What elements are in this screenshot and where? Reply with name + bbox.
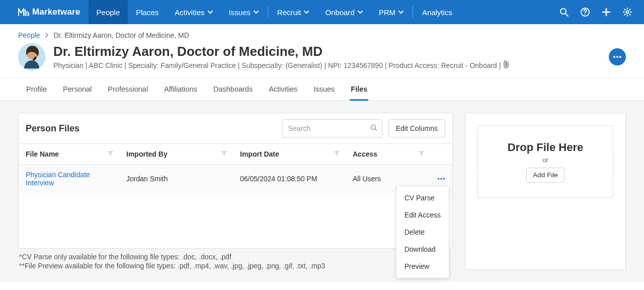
svg-point-12: [613, 56, 615, 58]
table-header-row: File Name Imported By: [19, 144, 452, 165]
column-label: File Name: [26, 150, 59, 158]
menu-delete[interactable]: Delete: [396, 224, 449, 241]
column-import-date[interactable]: Import Date: [233, 144, 346, 165]
chevron-down-icon: [208, 11, 213, 14]
svg-point-19: [443, 178, 445, 180]
column-file-name[interactable]: File Name: [19, 144, 119, 165]
nav-item-label: People: [97, 8, 120, 17]
tab-dashboards[interactable]: Dashboards: [205, 78, 261, 100]
top-nav: Marketware People Places Activities Issu…: [0, 0, 644, 24]
person-more-button[interactable]: [609, 48, 626, 65]
nav-items: People Places Activities Issues Recruit …: [89, 0, 559, 24]
person-meta-text: Physician | ABC Clinic | Specialty: Fami…: [53, 61, 501, 69]
nav-item-label: Places: [136, 8, 158, 17]
footnote-preview: **File Preview available for the followi…: [19, 262, 452, 270]
column-label: Import Date: [240, 150, 279, 158]
add-file-button[interactable]: Add File: [526, 168, 565, 183]
nav-item-recruit[interactable]: Recruit: [269, 0, 317, 24]
breadcrumb: People Dr. Eltirmizy Aaron, Doctor of Me…: [0, 24, 644, 43]
svg-point-6: [585, 14, 586, 15]
menu-download[interactable]: Download: [396, 241, 449, 258]
footnotes: *CV Parse only available for the followi…: [18, 249, 453, 270]
tab-label: Dashboards: [213, 85, 253, 93]
filter-icon[interactable]: [419, 150, 424, 158]
person-name: Dr. Eltirmizy Aaron, Doctor of Medicine,…: [53, 44, 601, 59]
files-panel-title: Person Files: [26, 123, 276, 134]
files-panel: Person Files Edit Columns: [18, 113, 453, 249]
tab-activities[interactable]: Activities: [261, 78, 305, 100]
row-more-button[interactable]: [437, 177, 445, 180]
tab-affiliations[interactable]: Affiliations: [156, 78, 205, 100]
filter-icon[interactable]: [108, 150, 113, 158]
nav-item-analytics[interactable]: Analytics: [414, 0, 460, 24]
edit-columns-button[interactable]: Edit Columns: [388, 119, 445, 137]
filter-icon[interactable]: [221, 150, 227, 158]
nav-item-label: Recruit: [277, 8, 301, 17]
chevron-down-icon: [304, 11, 309, 14]
nav-item-places[interactable]: Places: [128, 0, 167, 24]
nav-item-prm[interactable]: PRM: [371, 0, 412, 24]
brand: Marketware: [0, 0, 89, 24]
column-actions: [430, 144, 452, 165]
tab-files[interactable]: Files: [343, 78, 375, 100]
nav-item-activities[interactable]: Activities: [167, 0, 220, 24]
tab-personal[interactable]: Personal: [55, 78, 100, 100]
drop-file-panel: Drop File Here or Add File: [465, 113, 626, 270]
nav-item-people[interactable]: People: [89, 0, 128, 24]
nav-item-label: PRM: [379, 8, 395, 17]
avatar: [18, 43, 45, 70]
menu-edit-access[interactable]: Edit Access: [396, 206, 449, 224]
nav-divider: [268, 6, 268, 18]
attachment-icon: [503, 60, 510, 70]
tab-label: Issues: [313, 85, 335, 93]
table-row: Physician Candidate Interview Jordan Smi…: [19, 165, 452, 193]
chevron-down-icon: [254, 11, 259, 14]
tab-profile[interactable]: Profile: [18, 78, 55, 100]
file-name-cell[interactable]: Physician Candidate Interview: [19, 165, 119, 193]
search-icon[interactable]: [559, 8, 569, 17]
nav-item-label: Activities: [175, 8, 204, 17]
tab-label: Files: [351, 85, 367, 93]
person-meta: Physician | ABC Clinic | Specialty: Fami…: [53, 60, 601, 70]
breadcrumb-current: Dr. Eltirmizy Aaron, Doctor of Medicine,…: [54, 31, 189, 39]
svg-line-16: [375, 129, 377, 131]
files-search-input[interactable]: [282, 119, 382, 137]
more-icon: [613, 55, 622, 58]
nav-item-issues[interactable]: Issues: [221, 0, 267, 24]
drop-zone[interactable]: Drop File Here or Add File: [477, 125, 613, 198]
tab-label: Profile: [26, 85, 47, 93]
drop-zone-title: Drop File Here: [508, 141, 583, 154]
tab-issues[interactable]: Issues: [305, 78, 343, 100]
person-header: Dr. Eltirmizy Aaron, Doctor of Medicine,…: [0, 43, 644, 78]
chevron-down-icon: [358, 11, 363, 14]
nav-divider: [413, 6, 413, 18]
gear-icon[interactable]: [623, 8, 632, 17]
column-imported-by[interactable]: Imported By: [119, 144, 233, 165]
files-table: File Name Imported By: [19, 143, 452, 193]
tab-label: Professional: [108, 85, 148, 93]
menu-preview[interactable]: Preview: [396, 258, 449, 275]
svg-point-18: [440, 178, 442, 180]
imported-by-cell: Jordan Smith: [119, 165, 233, 193]
help-icon[interactable]: [581, 8, 590, 17]
filter-icon[interactable]: [334, 150, 340, 158]
nav-icons: [559, 8, 644, 17]
brand-logo-icon: [18, 8, 29, 16]
search-icon: [370, 124, 377, 133]
row-actions-menu: CV Parse Edit Access Delete Download Pre…: [396, 186, 449, 278]
menu-cv-parse[interactable]: CV Parse: [396, 189, 449, 206]
nav-item-onboard[interactable]: Onboard: [317, 0, 370, 24]
svg-point-13: [616, 56, 618, 58]
nav-item-label: Analytics: [422, 8, 452, 17]
tab-professional[interactable]: Professional: [100, 78, 156, 100]
files-panel-header: Person Files Edit Columns: [19, 113, 452, 143]
tab-label: Personal: [63, 85, 92, 93]
column-label: Access: [353, 150, 377, 158]
files-search-wrap: [282, 119, 382, 137]
column-access[interactable]: Access: [346, 144, 430, 165]
svg-line-4: [566, 14, 568, 16]
breadcrumb-root[interactable]: People: [18, 31, 40, 39]
svg-point-14: [619, 56, 621, 58]
tab-label: Affiliations: [164, 85, 197, 93]
add-icon[interactable]: [602, 8, 611, 17]
